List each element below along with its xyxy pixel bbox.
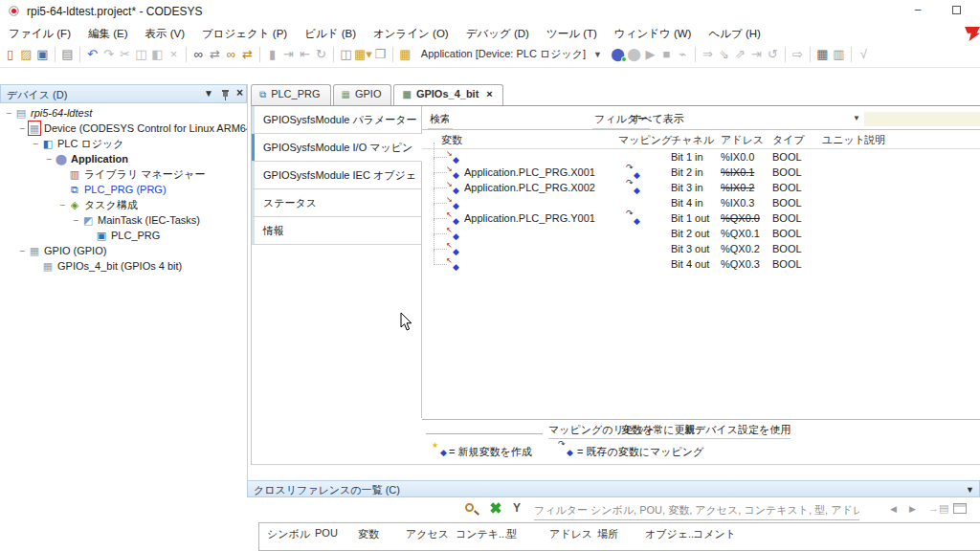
save-icon[interactable]: ▣ xyxy=(34,44,51,65)
section-item[interactable]: GPIOSysfsModule パラメーター xyxy=(252,106,421,134)
expander-icon[interactable]: − xyxy=(17,121,28,137)
add-icon[interactable] xyxy=(488,500,504,517)
tree-item[interactable]: −◧PLC ロジック xyxy=(0,136,247,151)
open-project-icon[interactable]: ▨ xyxy=(18,44,34,65)
menu-オンライン[interactable]: オンライン (O) xyxy=(365,25,457,43)
filter-dropdown-icon[interactable]: ▼ xyxy=(853,114,860,122)
section-item[interactable]: 情報 xyxy=(252,217,421,245)
column-header-4[interactable]: アドレス xyxy=(721,133,764,147)
expander-icon[interactable]: − xyxy=(17,244,28,259)
paste-icon[interactable]: ◧ xyxy=(149,44,166,65)
mapping-row[interactable]: ◆↖Bit 4 out%QX0.3BOOL xyxy=(422,257,980,273)
footer-link-3[interactable]: 親デバイス設定を使用 xyxy=(684,423,791,439)
cut-icon[interactable]: ✂ xyxy=(117,44,133,65)
column-header-3[interactable]: チャネル xyxy=(671,133,714,147)
menu-ビルド[interactable]: ビルド (B) xyxy=(296,25,365,43)
menu-ウィンドウ[interactable]: ウィンドウ (W) xyxy=(606,25,701,43)
login-icon[interactable]: ⬤ xyxy=(610,44,626,65)
tree-item[interactable]: ▣PLC_PRG xyxy=(0,228,247,243)
crossref-column-9[interactable]: オブジェ... xyxy=(645,527,697,541)
crossref-column-10[interactable]: コメント xyxy=(693,527,736,541)
tab-GPIOs_4_bit[interactable]: ▦GPIOs_4_bit× xyxy=(393,84,502,105)
mapping-row[interactable]: ◆↖Bit 2 out%QX0.1BOOL xyxy=(422,227,980,242)
panel-menu-icon[interactable]: ▼ xyxy=(966,485,974,495)
online-config-icon[interactable]: ⌁ xyxy=(675,44,691,65)
section-item[interactable]: ステータス xyxy=(252,189,421,217)
cross-reference-header[interactable]: クロスリファレンスの一覧 (C) ▼ xyxy=(247,480,980,497)
crossref-column-7[interactable]: アドレス xyxy=(549,527,592,541)
tree-item[interactable]: ⧉PLC_PRG (PRG) xyxy=(0,182,247,197)
menu-プロジェクト[interactable]: プロジェクト (P) xyxy=(193,25,296,43)
filter-select[interactable]: すべて表示 xyxy=(631,112,860,126)
delete-icon[interactable]: × xyxy=(166,44,182,65)
print-icon[interactable]: ▤ xyxy=(59,44,76,65)
filter-funnel-icon[interactable]: Y xyxy=(513,501,521,515)
pou-window-icon[interactable]: ◫ xyxy=(338,44,354,65)
mapping-row[interactable]: ◆↘Bit 1 in%IX0.0BOOL xyxy=(422,150,980,165)
bookmark-toggle-icon[interactable]: ▮ xyxy=(264,44,280,65)
column-header-7[interactable]: 説明 xyxy=(864,133,885,147)
new-object-dropdown-icon[interactable]: ▦▾ xyxy=(354,44,372,65)
mapping-row[interactable]: ◆↘Bit 4 in%IX0.3BOOL xyxy=(422,196,980,211)
cross-reference-filter-input[interactable]: フィルター シンボル, POU, 変数, アクセス, コンテキスト, 型, アド… xyxy=(534,503,859,520)
crossref-column-2[interactable]: POU xyxy=(315,527,338,539)
previous-result-icon[interactable]: ◀ xyxy=(890,504,897,514)
flow-control-icon[interactable]: ▥ xyxy=(831,44,847,65)
step-into-icon[interactable]: ⇘ xyxy=(716,44,732,65)
find-icon[interactable]: ∞ xyxy=(190,44,207,65)
single-cycle-icon[interactable]: ⇨ xyxy=(790,44,806,65)
bookmark-previous-icon[interactable]: ⇤ xyxy=(297,44,313,65)
column-header-6[interactable]: ユニット xyxy=(822,133,865,147)
mapping-row[interactable]: ◆↖Bit 3 out%QX0.2BOOL xyxy=(422,242,980,257)
close-icon[interactable]: × xyxy=(236,86,243,99)
section-io-mapping[interactable]: GPIOSysfsModule I/O マッピング xyxy=(252,134,422,162)
pin-icon[interactable] xyxy=(221,90,230,100)
crossref-column-3[interactable]: 変数 xyxy=(358,527,379,541)
next-result-icon[interactable]: ▶ xyxy=(909,504,916,514)
column-header-5[interactable]: タイプ xyxy=(772,133,805,147)
section-item[interactable]: GPIOSysfsModule IEC オブジェクト xyxy=(252,162,421,189)
reset-icon[interactable]: ↺ xyxy=(765,44,781,65)
mapping-footer-field[interactable] xyxy=(426,433,543,434)
step-out-icon[interactable]: ⇗ xyxy=(732,44,748,65)
tree-item[interactable]: −◈タスク構成 xyxy=(0,197,247,212)
crossref-column-8[interactable]: 場所 xyxy=(597,527,618,541)
tree-item[interactable]: −▦Device (CODESYS Control for Linux ARM6… xyxy=(0,121,247,136)
edit-object-icon[interactable]: ❒ xyxy=(372,44,389,65)
mapping-row[interactable]: ◆↘Application.PLC_PRG.X001◆↷Bit 2 in%IX0… xyxy=(422,165,980,181)
new-file-icon[interactable]: ▯ xyxy=(2,44,18,65)
tree-item[interactable]: −▦GPIO (GPIO) xyxy=(0,243,247,258)
stop-icon[interactable]: ■ xyxy=(658,44,675,65)
expander-icon[interactable]: − xyxy=(31,137,41,152)
expander-icon[interactable]: − xyxy=(44,152,55,167)
minimize-button[interactable]: – xyxy=(903,2,932,19)
menu-ファイル[interactable]: ファイル (F) xyxy=(0,25,79,43)
bookmark-clear-icon[interactable]: ↻ xyxy=(313,44,329,65)
expander-icon[interactable]: − xyxy=(57,198,68,213)
replace-in-project-icon[interactable]: ⇄ xyxy=(239,44,256,65)
menu-ヘルプ[interactable]: ヘルプ (H) xyxy=(700,25,768,43)
bookmark-next-icon[interactable]: ⇥ xyxy=(280,44,297,65)
mapping-row[interactable]: ◆↖Application.PLC_PRG.Y001◆↷Bit 1 out%QX… xyxy=(422,211,980,227)
goto-reference-icon[interactable]: →▤ xyxy=(928,502,948,515)
menu-表示[interactable]: 表示 (V) xyxy=(137,25,194,43)
find-in-project-icon[interactable]: ∞ xyxy=(223,44,239,65)
menu-デバッグ[interactable]: デバッグ (D) xyxy=(457,25,538,43)
menu-編集[interactable]: 編集 (E) xyxy=(79,25,137,43)
force-values-icon[interactable]: √ xyxy=(856,44,872,65)
panel-menu-icon[interactable]: ▼ xyxy=(204,88,213,99)
tree-item[interactable]: −⬤Application xyxy=(0,151,247,166)
close-tab-icon[interactable]: × xyxy=(486,88,492,99)
tree-item[interactable]: ▦GPIOs_4_bit (GPIOs 4 bit) xyxy=(0,258,247,274)
devices-panel-header[interactable]: デバイス (D) ▼ × xyxy=(0,84,247,103)
application-selector[interactable]: Application [Device: PLC ロジック]▼ xyxy=(415,45,608,64)
crossref-column-6[interactable]: 型 xyxy=(506,527,517,541)
crossref-column-1[interactable]: シンボル xyxy=(267,527,310,541)
crossref-column-4[interactable]: アクセス xyxy=(406,527,449,541)
undo-icon[interactable]: ↶ xyxy=(84,44,100,65)
mapping-row[interactable]: ◆↘Application.PLC_PRG.X002◆↷Bit 3 in%IX0… xyxy=(422,181,980,196)
copy-icon[interactable]: ◫ xyxy=(133,44,149,65)
find-replace-icon[interactable]: ⇄ xyxy=(207,44,223,65)
tab-PLC_PRG[interactable]: ⧉PLC_PRG xyxy=(251,84,331,105)
display-mode-icon[interactable]: ▦ xyxy=(814,44,831,65)
